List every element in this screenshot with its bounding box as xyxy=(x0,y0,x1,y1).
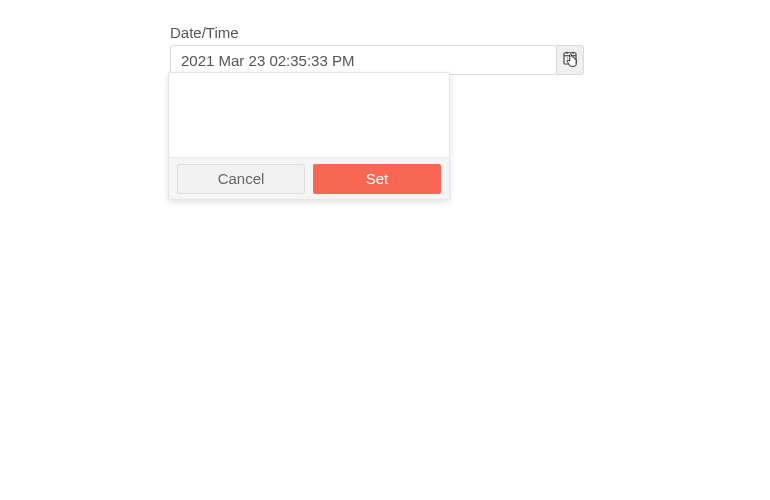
datetime-input-wrapper xyxy=(170,45,584,75)
popup-footer: Cancel Set xyxy=(169,157,449,199)
cancel-button[interactable]: Cancel xyxy=(177,164,305,194)
datetime-field-label: Date/Time xyxy=(170,24,584,41)
datetime-picker-popup: Cancel Set xyxy=(168,72,450,200)
set-button[interactable]: Set xyxy=(313,164,441,194)
datetime-input[interactable] xyxy=(170,45,557,75)
datetime-picker-button[interactable] xyxy=(556,45,584,75)
pointer-cursor-icon xyxy=(559,46,581,74)
